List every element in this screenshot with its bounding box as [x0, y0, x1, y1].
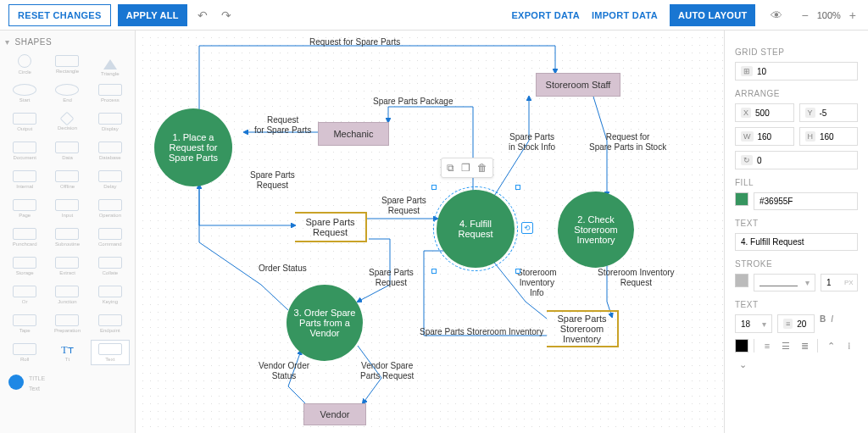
shape-page[interactable]: Page	[5, 196, 44, 221]
text-input[interactable]	[735, 233, 858, 251]
align-left-icon[interactable]: ≡	[760, 338, 775, 353]
node-fulfill-request[interactable]: 4. Fulfill Request	[437, 190, 515, 268]
label-text: TEXT	[735, 219, 858, 228]
shape-input[interactable]: Input	[47, 196, 86, 221]
x-input[interactable]: X	[735, 103, 794, 122]
stroke-style-select[interactable]: ▾	[754, 274, 815, 291]
shape-storage[interactable]: Storage	[5, 253, 44, 279]
label-arrange: ARRANGE	[735, 89, 858, 98]
chevron-down-icon: ▾	[762, 319, 766, 329]
shape-triangle[interactable]: Triangle	[91, 52, 130, 77]
shape-offline[interactable]: Offline	[47, 167, 86, 192]
node-place-request[interactable]: 1. Place a Request for Spare Parts	[154, 108, 232, 186]
preview-icon[interactable]: 👁	[767, 5, 786, 25]
edge-label: Spare Parts Request	[381, 196, 426, 216]
node-check-inventory[interactable]: 2. Check Storeroom Inventory	[558, 192, 634, 268]
chevron-down-icon: ▾	[805, 278, 810, 287]
shape-roll[interactable]: Roll	[5, 340, 44, 365]
align-center-icon[interactable]: ☰	[778, 338, 793, 353]
shape-text[interactable]: Text	[91, 340, 130, 365]
italic-icon[interactable]: I	[831, 314, 833, 333]
y-input[interactable]: Y	[799, 103, 859, 122]
edge-label: Spare Parts in Stock Info	[509, 132, 555, 153]
selected-shape-sub: Text	[29, 386, 40, 391]
edge-label: Spare Parts Request	[369, 268, 414, 288]
shape-collate[interactable]: Collate	[91, 253, 130, 279]
shape-or[interactable]: Or	[5, 282, 44, 308]
node-storeroom-staff[interactable]: Storeroom Staff	[536, 73, 620, 97]
shape-internal[interactable]: Internal	[5, 167, 44, 192]
diagram-canvas[interactable]: Request for Spare Parts Spare Parts Pack…	[136, 31, 724, 433]
copy-icon[interactable]: ⧉	[447, 162, 454, 174]
stroke-swatch[interactable]	[735, 274, 748, 287]
properties-panel: GRID STEP ⊞ ARRANGE X Y W H ↻ FILL TEXT …	[724, 31, 868, 433]
shape-output[interactable]: Output	[5, 109, 44, 135]
edge-label: Spare Parts Package	[373, 97, 453, 107]
shape-delay[interactable]: Delay	[91, 167, 130, 192]
node-spare-parts-request[interactable]: Spare Parts Request	[295, 212, 367, 242]
rotate-icon: ↻	[741, 155, 753, 165]
undo-icon[interactable]: ↶	[194, 5, 211, 25]
stroke-width-input[interactable]: PX	[821, 274, 858, 291]
shapes-title: SHAPES	[15, 37, 53, 47]
shape-endpoint[interactable]: Endpoint	[91, 311, 130, 336]
import-data-button[interactable]: IMPORT DATA	[592, 10, 658, 20]
shape-command[interactable]: Command	[91, 225, 130, 250]
shape-operation[interactable]: Operation	[91, 196, 130, 221]
shape-decision[interactable]: Decision	[47, 109, 86, 135]
selection-toolbar: ⧉ ❐ 🗑	[441, 158, 493, 178]
h-input[interactable]: H	[799, 127, 859, 146]
shape-subroutine[interactable]: Subroutine	[47, 225, 86, 250]
edge-label: Storeroom Inventory Request	[598, 268, 675, 288]
align-right-icon[interactable]: ≣	[797, 338, 812, 353]
shape-keying[interactable]: Keying	[91, 282, 130, 308]
label-fill: FILL	[735, 178, 858, 187]
node-order-vendor[interactable]: 3. Order Spare Parts from a Vendor	[287, 285, 363, 361]
grid-step-input[interactable]: ⊞	[735, 62, 858, 80]
shape-tape[interactable]: Tape	[5, 311, 44, 336]
shape-display[interactable]: Display	[91, 109, 130, 135]
shape-preparation[interactable]: Preparation	[47, 311, 86, 336]
zoom-in-icon[interactable]: +	[846, 5, 860, 25]
duplicate-icon[interactable]: ❐	[461, 162, 470, 174]
text-color-swatch[interactable]	[735, 339, 748, 353]
shape-database[interactable]: Database	[91, 138, 130, 164]
valign-mid-icon[interactable]: ⁞	[842, 338, 857, 353]
shapes-panel: ▾SHAPES CircleRectangleTriangleStartEndP…	[0, 31, 136, 433]
shape-junction[interactable]: Junction	[47, 282, 86, 308]
bold-icon[interactable]: B	[820, 314, 826, 333]
edge-label: Request for Spare Parts	[309, 37, 400, 47]
fill-swatch[interactable]	[735, 192, 748, 206]
edge-label: Spare Parts Request	[250, 170, 295, 191]
node-vendor[interactable]: Vendor	[303, 403, 366, 425]
delete-icon[interactable]: 🗑	[477, 162, 487, 174]
w-input[interactable]: W	[735, 127, 794, 146]
shape-data[interactable]: Data	[47, 138, 86, 164]
shape-document[interactable]: Document	[5, 138, 44, 164]
shape-start[interactable]: Start	[5, 80, 44, 106]
chevron-down-icon[interactable]: ▾	[5, 37, 10, 47]
apply-all-button[interactable]: APPLY ALL	[118, 4, 187, 26]
shape-rectangle[interactable]: Rectangle	[47, 52, 86, 77]
auto-layout-button[interactable]: AUTO LAYOUT	[670, 4, 756, 26]
node-spare-parts-inventory[interactable]: Spare Parts Storeroom Inventory	[547, 310, 619, 347]
shape-circle[interactable]: Circle	[5, 52, 44, 77]
reset-changes-button[interactable]: RESET CHANGES	[8, 4, 111, 26]
shape-process[interactable]: Process	[91, 80, 130, 106]
shape-punchcard[interactable]: Punchcard	[5, 225, 44, 250]
valign-top-icon[interactable]: ⌃	[823, 338, 838, 353]
fill-hex-input[interactable]	[754, 192, 858, 210]
shape-extract[interactable]: Extract	[47, 253, 86, 279]
redo-icon[interactable]: ↷	[218, 5, 235, 25]
valign-bot-icon[interactable]: ⌄	[735, 357, 750, 372]
font-size-input[interactable]: ▾	[735, 314, 772, 333]
node-mechanic[interactable]: Mechanic	[318, 122, 389, 146]
shape-tt[interactable]: TᴛTt	[47, 340, 86, 365]
angle-input[interactable]: ↻	[735, 151, 858, 169]
zoom-out-icon[interactable]: −	[798, 5, 811, 25]
rotate-handle-icon[interactable]: ⟲	[521, 222, 533, 234]
shape-end[interactable]: End	[47, 80, 86, 106]
line-height-input[interactable]: ≡	[777, 314, 815, 333]
selected-shape-preview[interactable]: TITLE Text	[5, 369, 130, 396]
export-data-button[interactable]: EXPORT DATA	[511, 10, 580, 20]
